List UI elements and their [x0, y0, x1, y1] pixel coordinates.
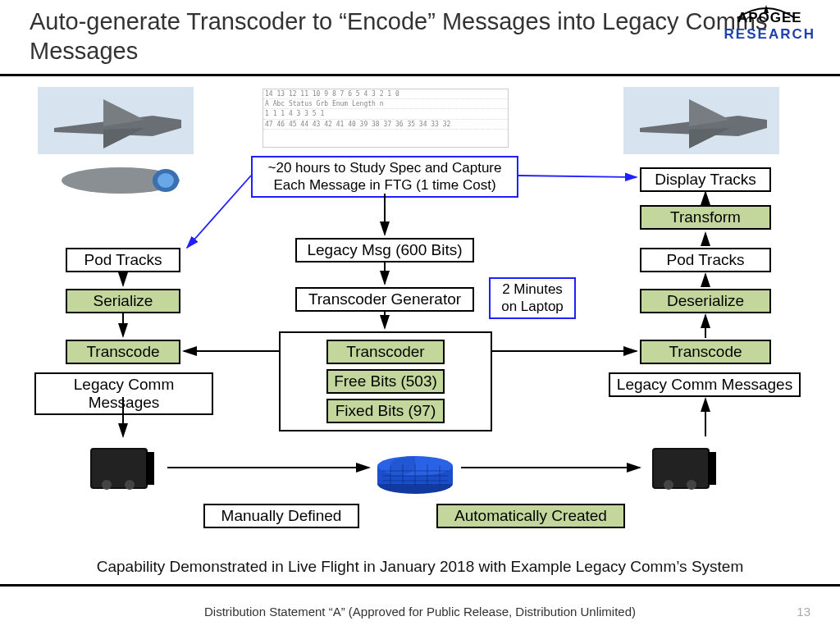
page-number: 13 — [797, 605, 810, 619]
arrow-layer — [0, 0, 840, 630]
caption: Capability Demonstrated in Live Flight i… — [0, 558, 840, 576]
svg-line-33 — [518, 176, 637, 177]
svg-line-32 — [187, 176, 251, 248]
footer-rule — [0, 584, 840, 587]
footer: Distribution Statement “A” (Approved for… — [0, 605, 840, 619]
